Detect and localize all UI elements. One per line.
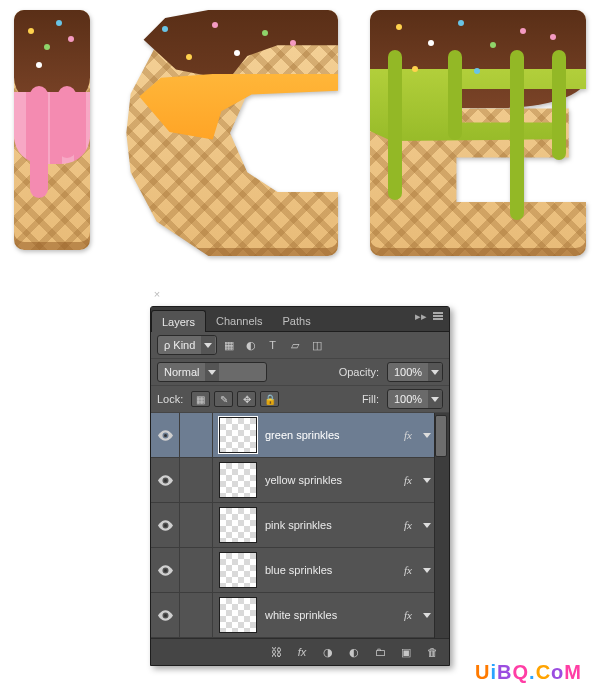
tab-paths[interactable]: Paths [273, 310, 321, 331]
svg-point-1 [164, 479, 167, 482]
lock-all-icon[interactable]: 🔒 [260, 391, 279, 407]
visibility-toggle[interactable] [151, 548, 180, 592]
lock-position-icon[interactable]: ✥ [237, 391, 256, 407]
filter-pixel-icon[interactable]: ▦ [221, 339, 236, 352]
artwork-ice [14, 10, 586, 260]
panel-close-icon[interactable]: × [150, 288, 164, 302]
layer-row[interactable]: pink sprinkles fx [151, 503, 449, 548]
layer-style-icon[interactable]: fx [295, 646, 309, 658]
layer-list: green sprinkles fx yellow sprinkles fx [151, 413, 449, 638]
layer-fx-badge[interactable]: fx [397, 609, 419, 621]
panel-collapse-icon[interactable]: ▸▸ [415, 310, 427, 323]
filter-smart-icon[interactable]: ◫ [309, 339, 324, 352]
layer-expand-icon[interactable] [419, 568, 435, 573]
filter-type-icon[interactable]: T [265, 339, 280, 352]
opacity-dropdown[interactable]: 100% [387, 362, 443, 382]
layer-thumbnail[interactable] [219, 417, 257, 453]
new-layer-icon[interactable]: ▣ [399, 646, 413, 659]
panel-flyout-icon[interactable] [429, 309, 447, 323]
blend-mode-value: Normal [158, 366, 205, 378]
opacity-label: Opacity: [339, 366, 379, 378]
lock-row: Lock: ▦ ✎ ✥ 🔒 Fill: 100% [151, 386, 449, 413]
panel-tab-strip: Layers Channels Paths ▸▸ [151, 307, 449, 332]
filter-type-icons: ▦ ◐ T ▱ ◫ [221, 339, 324, 352]
svg-point-4 [164, 614, 167, 617]
svg-point-3 [164, 569, 167, 572]
svg-point-0 [164, 434, 167, 437]
visibility-toggle[interactable] [151, 593, 180, 637]
layer-row[interactable]: yellow sprinkles fx [151, 458, 449, 503]
fill-dropdown[interactable]: 100% [387, 389, 443, 409]
layer-name[interactable]: yellow sprinkles [265, 474, 397, 486]
visibility-toggle[interactable] [151, 413, 180, 457]
filter-kind-dropdown[interactable]: ρ Kind [157, 335, 217, 355]
tab-layers[interactable]: Layers [151, 310, 206, 332]
layer-row[interactable]: blue sprinkles fx [151, 548, 449, 593]
panel-footer: ⛓ fx ◑ ◐ 🗀 ▣ 🗑 [151, 638, 449, 665]
adjustment-layer-icon[interactable]: ◐ [347, 646, 361, 659]
layers-panel: Layers Channels Paths ▸▸ ρ Kind ▦ ◐ T ▱ … [150, 306, 450, 666]
lock-pixels-icon[interactable]: ✎ [214, 391, 233, 407]
layer-fx-badge[interactable]: fx [397, 429, 419, 441]
layer-thumbnail[interactable] [219, 552, 257, 588]
layer-scrollbar[interactable] [434, 413, 449, 638]
letter-e [370, 10, 586, 256]
layer-expand-icon[interactable] [419, 523, 435, 528]
opacity-value: 100% [388, 366, 428, 378]
visibility-toggle[interactable] [151, 503, 180, 547]
svg-point-2 [164, 524, 167, 527]
fill-label: Fill: [362, 393, 379, 405]
lock-transparent-icon[interactable]: ▦ [191, 391, 210, 407]
layer-fx-badge[interactable]: fx [397, 519, 419, 531]
lock-label: Lock: [157, 393, 183, 405]
layer-name[interactable]: green sprinkles [265, 429, 397, 441]
link-layers-icon[interactable]: ⛓ [269, 646, 283, 658]
blend-mode-dropdown[interactable]: Normal [157, 362, 267, 382]
layer-name[interactable]: pink sprinkles [265, 519, 397, 531]
layer-thumbnail[interactable] [219, 597, 257, 633]
layer-name[interactable]: blue sprinkles [265, 564, 397, 576]
letter-c [122, 10, 338, 256]
layer-expand-icon[interactable] [419, 613, 435, 618]
delete-layer-icon[interactable]: 🗑 [425, 646, 439, 658]
layer-row[interactable]: green sprinkles fx [151, 413, 449, 458]
layer-fx-badge[interactable]: fx [397, 564, 419, 576]
filter-shape-icon[interactable]: ▱ [287, 339, 302, 352]
layer-expand-icon[interactable] [419, 478, 435, 483]
tab-channels[interactable]: Channels [206, 310, 272, 331]
visibility-toggle[interactable] [151, 458, 180, 502]
layer-expand-icon[interactable] [419, 433, 435, 438]
letter-i [14, 10, 90, 250]
filter-adjust-icon[interactable]: ◐ [243, 339, 258, 352]
new-group-icon[interactable]: 🗀 [373, 646, 387, 658]
fill-value: 100% [388, 393, 428, 405]
filter-row: ρ Kind ▦ ◐ T ▱ ◫ [151, 332, 449, 359]
layer-row[interactable]: white sprinkles fx [151, 593, 449, 638]
blend-row: Normal Opacity: 100% [151, 359, 449, 386]
layer-fx-badge[interactable]: fx [397, 474, 419, 486]
layer-thumbnail[interactable] [219, 462, 257, 498]
layer-name[interactable]: white sprinkles [265, 609, 397, 621]
layer-mask-icon[interactable]: ◑ [321, 646, 335, 659]
layer-thumbnail[interactable] [219, 507, 257, 543]
watermark: UiBQ.CoM [475, 662, 582, 682]
